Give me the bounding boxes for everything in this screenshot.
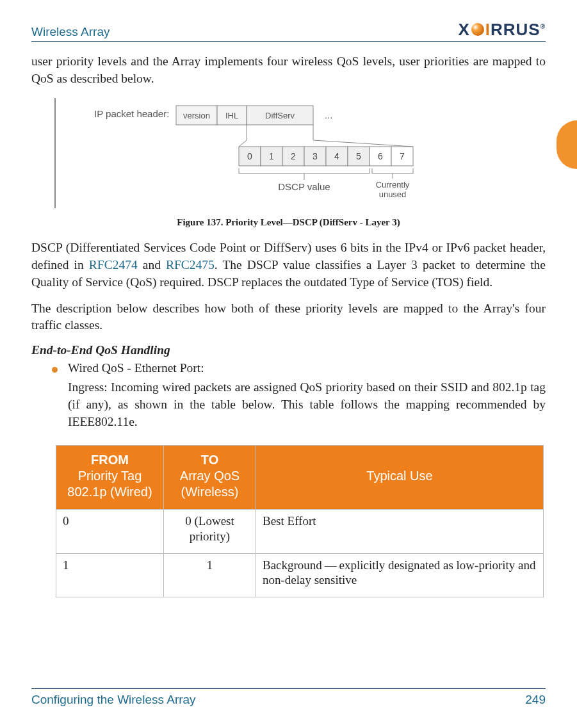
svg-text:6: 6 (378, 151, 383, 161)
svg-text:7: 7 (400, 151, 405, 161)
svg-text:version: version (183, 111, 210, 120)
logo-letter-i: I (485, 20, 491, 39)
svg-text:...: ... (325, 109, 333, 120)
footer-page-number: 249 (525, 693, 546, 707)
svg-text:DSCP value: DSCP value (278, 181, 330, 192)
qos-mapping-table: FROM Priority Tag 802.1p (Wired) TO Arra… (56, 445, 544, 597)
brand-logo: X IRRUS® (458, 21, 546, 39)
table-row: 1 1 Background — explicitly designated a… (56, 553, 544, 597)
logo-letter-x: X (458, 21, 469, 38)
svg-text:DiffServ: DiffServ (265, 111, 295, 120)
intro-paragraph: user priority levels and the Array imple… (31, 53, 546, 88)
svg-text:unused: unused (379, 190, 407, 199)
svg-text:Currently: Currently (376, 180, 410, 190)
footer-section-title: Configuring the Wireless Array (31, 693, 196, 707)
page-footer: Configuring the Wireless Array 249 (31, 688, 546, 707)
svg-text:IHL: IHL (225, 111, 238, 120)
svg-text:2: 2 (291, 151, 296, 161)
svg-text:3: 3 (313, 151, 318, 161)
mapping-paragraph: The description below describes how both… (31, 300, 546, 335)
table-row: 0 0 (Lowest priority) Best Effort (56, 510, 544, 554)
svg-text:5: 5 (356, 151, 361, 161)
figure-caption: Figure 137. Priority Level—DSCP (DiffSer… (31, 217, 546, 228)
bullet-title: Wired QoS - Ethernet Port: (68, 361, 546, 375)
running-head: Wireless Array (31, 25, 110, 39)
thumb-tab (557, 120, 577, 169)
dscp-bits: 0 1 2 3 4 5 6 7 (239, 147, 413, 166)
col-header-to: TO Array QoS (Wireless) (164, 446, 256, 510)
svg-line-10 (313, 140, 413, 147)
dscp-diagram: IP packet header: version IHL DiffServ .… (94, 101, 478, 208)
bullet-paragraph: Ingress: Incoming wired packets are assi… (68, 379, 546, 431)
logo-registered: ® (540, 23, 546, 30)
bullet-dot-icon (52, 367, 58, 373)
subheading-qos-handling: End-to-End QoS Handling (31, 343, 546, 357)
link-rfc2474[interactable]: RFC2474 (89, 258, 138, 271)
page-content: Wireless Array X IRRUS® user priority le… (31, 21, 546, 597)
col-header-use: Typical Use (256, 446, 544, 510)
logo-letters-rrus: RRUS (491, 20, 540, 39)
logo-orb-icon (471, 23, 484, 36)
figure-dscp: IP packet header: version IHL DiffServ .… (54, 98, 546, 208)
svg-text:1: 1 (269, 151, 274, 161)
svg-text:4: 4 (334, 151, 339, 161)
page-header: Wireless Array X IRRUS® (31, 21, 546, 42)
dscp-paragraph: DSCP (Differentiated Services Code Point… (31, 239, 546, 291)
svg-text:0: 0 (247, 151, 252, 161)
col-header-from: FROM Priority Tag 802.1p (Wired) (56, 446, 164, 510)
ip-header-label: IP packet header: (94, 108, 169, 119)
bullet-wired-qos: Wired QoS - Ethernet Port: Ingress: Inco… (52, 361, 546, 431)
link-rfc2475[interactable]: RFC2475 (166, 258, 215, 271)
svg-line-9 (239, 140, 247, 147)
